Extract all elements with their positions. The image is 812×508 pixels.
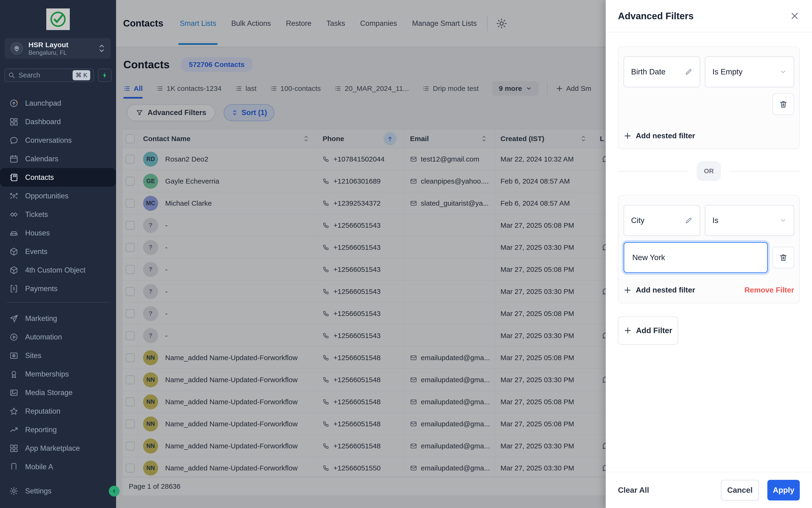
clear-all-button[interactable]: Clear All — [618, 486, 649, 495]
conversations-icon — [9, 135, 19, 145]
add-nested-filter-button[interactable]: Add nested filter — [624, 286, 695, 294]
sidebar-item-media-storage[interactable]: Media Storage — [0, 383, 116, 402]
remove-filter-button[interactable]: Remove Filter — [744, 286, 794, 294]
sidebar-item-label: Automation — [25, 333, 62, 341]
sidebar-item-label: Media Storage — [25, 388, 73, 397]
plus-icon — [624, 132, 631, 140]
tickets-icon — [9, 209, 19, 220]
sidebar-item-label: Conversations — [25, 136, 72, 144]
filter-group-city: City Is Add — [618, 195, 800, 303]
sidebar-item-label: Mobile A — [25, 463, 53, 470]
close-icon — [789, 11, 800, 21]
filter-field-select[interactable]: Birth Date — [624, 56, 700, 87]
sidebar-item-contacts[interactable]: Contacts — [0, 168, 116, 186]
sidebar-item-label: App Marketplace — [25, 444, 80, 453]
star-icon — [9, 406, 19, 417]
filter-value-input[interactable] — [624, 242, 768, 273]
lightning-bolt-icon — [102, 72, 108, 79]
cube-icon — [9, 265, 19, 276]
sidebar-item-conversations[interactable]: Conversations — [0, 131, 116, 150]
contacts-icon — [9, 172, 19, 183]
sidebar-item-launchpad[interactable]: Launchpad — [0, 94, 116, 113]
sidebar-nav: Launchpad Dashboard Conversations Calend… — [0, 94, 116, 469]
sidebar-item-4th-custom-object[interactable]: 4th Custom Object — [0, 261, 116, 279]
location-title: HSR Layout — [29, 41, 68, 49]
paper-plane-icon — [9, 313, 19, 324]
sidebar-item-dashboard[interactable]: Dashboard — [0, 113, 116, 131]
sidebar-item-mobile-app[interactable]: Mobile A — [0, 458, 116, 469]
sidebar-item-settings[interactable]: Settings — [0, 482, 116, 500]
sites-icon — [9, 350, 19, 361]
add-filter-button[interactable]: Add Filter — [618, 316, 678, 345]
location-pin-icon — [10, 42, 23, 55]
rosette-icon — [9, 369, 19, 379]
sidebar-collapse-button[interactable] — [109, 486, 120, 497]
sidebar: HSR Layout Bengaluru, FL ⌘ K Launchpad — [0, 0, 116, 508]
search-shortcut-badge: ⌘ K — [73, 70, 90, 80]
sidebar-item-label: Settings — [25, 487, 51, 495]
sidebar-item-tickets[interactable]: Tickets — [0, 205, 116, 224]
sidebar-item-label: Reporting — [25, 426, 56, 434]
car-icon — [9, 228, 19, 238]
calendars-icon — [9, 154, 19, 164]
pencil-icon[interactable] — [685, 68, 693, 76]
sidebar-item-app-marketplace[interactable]: App Marketplace — [0, 439, 116, 458]
sidebar-item-label: Tickets — [25, 210, 48, 219]
sidebar-item-label: Events — [25, 247, 47, 256]
sidebar-item-label: Payments — [25, 285, 57, 293]
apply-button[interactable]: Apply — [767, 480, 800, 501]
sidebar-item-houses[interactable]: Houses — [0, 224, 116, 242]
sidebar-item-label: Sites — [25, 351, 41, 360]
sidebar-item-reputation[interactable]: Reputation — [0, 402, 116, 420]
sidebar-item-marketing[interactable]: Marketing — [0, 309, 116, 328]
sidebar-item-payments[interactable]: $ Payments — [0, 279, 116, 298]
mobile-icon — [9, 462, 19, 470]
chevron-down-icon — [780, 217, 787, 224]
search-input[interactable] — [18, 71, 58, 79]
sidebar-item-opportunities[interactable]: Opportunities — [0, 186, 116, 205]
chevron-up-down-icon — [98, 43, 105, 53]
chevron-down-icon — [780, 68, 787, 75]
sidebar-item-label: 4th Custom Object — [25, 266, 85, 274]
company-logo — [46, 8, 70, 30]
sidebar-search[interactable]: ⌘ K — [4, 69, 94, 82]
plus-icon — [624, 286, 631, 294]
svg-text:$: $ — [13, 286, 15, 291]
sidebar-item-events[interactable]: Events — [0, 242, 116, 261]
sidebar-item-label: Opportunities — [25, 192, 68, 200]
pencil-icon[interactable] — [685, 216, 693, 224]
payments-icon: $ — [9, 284, 19, 294]
delete-condition-button[interactable] — [773, 247, 794, 268]
filter-operator-select[interactable]: Is Empty — [705, 56, 794, 87]
sidebar-item-calendars[interactable]: Calendars — [0, 150, 116, 168]
location-switcher[interactable]: HSR Layout Bengaluru, FL — [4, 38, 111, 59]
app-root: HSR Layout Bengaluru, FL ⌘ K Launchpad — [0, 0, 812, 508]
filter-field-select[interactable]: City — [624, 205, 700, 236]
image-icon — [9, 388, 19, 398]
sidebar-item-label: Reputation — [25, 407, 61, 416]
sidebar-item-label: Dashboard — [25, 118, 61, 126]
sidebar-item-sites[interactable]: Sites — [0, 346, 116, 365]
automation-icon — [9, 332, 19, 342]
trend-icon — [9, 425, 19, 435]
sidebar-item-label: Memberships — [25, 370, 69, 378]
cancel-button[interactable]: Cancel — [721, 480, 759, 501]
sidebar-item-memberships[interactable]: Memberships — [0, 365, 116, 383]
quick-actions-button[interactable] — [98, 69, 112, 82]
check-circle-logo-icon — [49, 10, 67, 29]
grid-icon — [9, 443, 19, 454]
add-nested-filter-button[interactable]: Add nested filter — [624, 131, 695, 140]
sidebar-item-label: Launchpad — [25, 99, 61, 108]
chevron-left-icon — [112, 489, 117, 494]
search-icon — [8, 72, 15, 79]
dashboard-icon — [9, 117, 19, 127]
close-panel-button[interactable] — [789, 11, 800, 21]
delete-condition-button[interactable] — [773, 93, 794, 115]
filter-operator-select[interactable]: Is — [705, 205, 794, 236]
sidebar-item-automation[interactable]: Automation — [0, 328, 116, 346]
location-subtitle: Bengaluru, FL — [29, 49, 98, 56]
or-badge: OR — [697, 161, 721, 181]
sidebar-item-reporting[interactable]: Reporting — [0, 420, 116, 439]
sidebar-divider — [7, 302, 109, 303]
trash-icon — [779, 253, 788, 262]
